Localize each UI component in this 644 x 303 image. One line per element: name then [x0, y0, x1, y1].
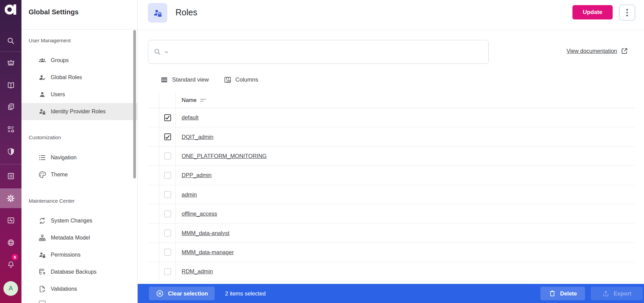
row-checkbox[interactable] [164, 172, 171, 179]
sidebar-item-users[interactable]: Users [21, 86, 138, 103]
notification-badge: 9 [12, 254, 18, 260]
icon-rail: 9 A [0, 0, 21, 303]
update-button[interactable]: Update [572, 5, 613, 19]
gear-icon [6, 194, 15, 203]
list-icon [7, 172, 15, 180]
person-lock-icon [38, 251, 46, 259]
role-name-link[interactable]: ONE_PLATFORM_MONITORING [182, 153, 267, 159]
delete-button[interactable]: Delete [540, 287, 585, 300]
rail-search-button[interactable] [0, 33, 21, 48]
search-icon [7, 37, 15, 45]
app-logo[interactable] [0, 4, 21, 15]
trash-icon [549, 290, 556, 297]
row-checkbox[interactable] [164, 114, 171, 121]
sort-icon[interactable] [200, 98, 206, 103]
checkbox-column-header [159, 92, 176, 108]
view-documentation-link[interactable]: View documentation [567, 47, 628, 55]
logo-a-icon [5, 4, 17, 15]
role-name-link[interactable]: DPP_admin [182, 172, 212, 178]
sidebar-item-label: Database Backups [51, 269, 96, 275]
export-button[interactable]: Export [591, 287, 643, 300]
selection-action-bar: Clear selection 2 items selected Delete … [138, 284, 644, 303]
sidebar-item-label: Groups [51, 57, 68, 63]
sidebar-item-label: Navigation [51, 155, 77, 161]
person-icon [38, 90, 46, 99]
clear-selection-button[interactable]: Clear selection [149, 287, 215, 300]
sidebar-item-identity-provider-roles[interactable]: Identity Provider Roles [21, 103, 138, 120]
row-checkbox[interactable] [164, 230, 171, 236]
columns-label: Columns [235, 76, 258, 83]
role-name-link[interactable]: DQIT_admin [182, 134, 214, 140]
person-lock-icon [38, 107, 46, 116]
sidebar-item-partial-icon [39, 301, 46, 303]
sidebar-item-label: Users [51, 91, 65, 98]
table-row: default [148, 108, 634, 127]
kebab-dot [626, 12, 628, 14]
standard-view-label: Standard view [172, 76, 209, 83]
sidebar-item-label: Permissions [51, 252, 80, 258]
rail-security-button[interactable] [0, 144, 21, 159]
page-title: Roles [175, 8, 197, 17]
rail-catalog-button[interactable] [0, 122, 21, 137]
groups-icon [38, 56, 46, 64]
role-name-link[interactable]: RDM_admin [182, 268, 213, 275]
role-name-link[interactable]: MMM_data-manager [182, 249, 234, 256]
sidebar-title: Global Settings [29, 8, 79, 16]
role-name-link[interactable]: default [182, 114, 199, 121]
row-checkbox[interactable] [164, 211, 171, 217]
rail-divider [0, 52, 21, 52]
rail-favorites-button[interactable] [0, 55, 21, 70]
table-row: MMM_data-manager [148, 243, 634, 262]
rail-divider [0, 164, 21, 164]
sidebar-item-groups[interactable]: Groups [21, 52, 138, 69]
bell-icon [7, 260, 15, 269]
sidebar-item-label: Metadata Model [51, 235, 90, 241]
person-lock-icon [153, 8, 163, 18]
search-input[interactable] [172, 49, 483, 55]
sidebar-item-system-changes[interactable]: System Changes [21, 212, 138, 229]
columns-button[interactable]: Columns [224, 76, 258, 84]
row-checkbox[interactable] [164, 268, 171, 275]
sidebar-scrollbar-thumb[interactable] [133, 30, 136, 178]
rail-assets-button[interactable] [0, 99, 21, 114]
role-name-link[interactable]: offline_access [182, 211, 217, 217]
rail-monitoring-button[interactable] [0, 213, 21, 228]
kebab-menu-button[interactable] [619, 5, 635, 20]
avatar[interactable]: A [3, 281, 18, 296]
sidebar-item-metadata-model[interactable]: Metadata Model [21, 229, 138, 246]
crown-icon [7, 58, 15, 67]
row-checkbox[interactable] [164, 191, 171, 198]
sidebar-item-validations[interactable]: Validations [21, 280, 138, 298]
palette-icon [38, 171, 46, 179]
export-label: Export [614, 290, 631, 297]
hierarchy-icon [38, 234, 46, 242]
sidebar-item-theme[interactable]: Theme [21, 166, 138, 183]
rail-notifications-button[interactable]: 9 [0, 257, 21, 272]
sidebar-item-permissions[interactable]: Permissions [21, 246, 138, 263]
row-checkbox[interactable] [164, 249, 171, 256]
main-content: Roles Update View documentation Standard… [138, 0, 644, 303]
rail-lists-button[interactable] [0, 169, 21, 184]
rail-knowledge-button[interactable] [0, 78, 21, 93]
standard-view-button[interactable]: Standard view [160, 76, 209, 84]
selection-status: 2 items selected [225, 290, 265, 297]
document-check-icon [38, 285, 46, 293]
role-name-link[interactable]: MMM_data-analyst [182, 230, 229, 236]
rail-settings-button[interactable] [0, 191, 21, 206]
sidebar-item-database-backups[interactable]: Database Backups [21, 263, 138, 280]
sidebar-divider [21, 29, 137, 30]
sidebar-item-label: Global Roles [51, 74, 82, 81]
rail-locale-button[interactable] [0, 235, 21, 250]
header-divider [138, 30, 644, 30]
section-maintenance-center: Maintenance Center [29, 198, 75, 204]
row-checkbox[interactable] [164, 153, 171, 159]
external-link-icon [621, 47, 628, 55]
clear-selection-label: Clear selection [168, 290, 208, 297]
row-checkbox[interactable] [164, 133, 171, 140]
sidebar-item-label: Validations [51, 286, 77, 292]
chevron-down-icon[interactable] [164, 49, 169, 55]
sidebar-item-navigation[interactable]: Navigation [21, 149, 138, 166]
role-name-link[interactable]: admin [182, 191, 197, 198]
sidebar-item-global-roles[interactable]: Global Roles [21, 69, 138, 86]
table-row: DQIT_admin [148, 127, 634, 146]
